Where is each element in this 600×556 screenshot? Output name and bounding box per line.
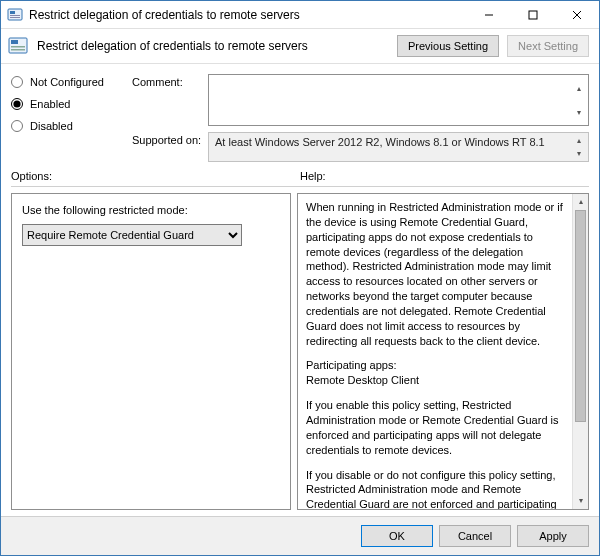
mode-select[interactable]: Require Remote Credential Guard [22,224,242,246]
radio-not-configured[interactable]: Not Configured [11,76,126,88]
radio-enabled-input[interactable] [11,98,23,110]
panels: Use the following restricted mode: Requi… [1,193,599,516]
ok-button[interactable]: OK [361,525,433,547]
mid-labels: Options: Help: [1,166,599,184]
close-button[interactable] [555,1,599,29]
next-setting-button: Next Setting [507,35,589,57]
comment-input[interactable]: ▴ ▾ [208,74,589,126]
header-title: Restrict delegation of credentials to re… [37,39,389,53]
apply-button[interactable]: Apply [517,525,589,547]
footer: OK Cancel Apply [1,516,599,555]
header-row: Restrict delegation of credentials to re… [1,29,599,64]
svg-rect-5 [529,11,537,19]
config-grid: Not Configured Enabled Disabled Comment:… [1,64,599,166]
maximize-button[interactable] [511,1,555,29]
comment-label: Comment: [132,74,202,88]
gpedit-icon [7,7,23,23]
radio-enabled-label: Enabled [30,98,70,110]
radio-enabled[interactable]: Enabled [11,98,126,110]
policy-icon [7,35,29,57]
help-text-2a: Participating apps: [306,358,568,373]
options-label: Options: [11,170,300,182]
chevron-down-icon[interactable]: ▾ [571,100,587,124]
window-title: Restrict delegation of credentials to re… [29,8,467,22]
chevron-up-icon[interactable]: ▴ [571,76,587,100]
svg-rect-3 [10,17,20,18]
svg-rect-1 [10,11,15,14]
svg-rect-11 [11,49,25,51]
svg-rect-10 [11,46,25,48]
radio-disabled[interactable]: Disabled [11,120,126,132]
svg-rect-0 [8,9,22,20]
mode-label: Use the following restricted mode: [22,204,280,216]
help-text-3: If you enable this policy setting, Restr… [306,398,568,457]
radio-disabled-input[interactable] [11,120,23,132]
chevron-down-icon[interactable]: ▾ [571,147,587,160]
help-text-1: When running in Restricted Administratio… [306,200,568,348]
scroll-track[interactable] [573,210,588,493]
divider [11,186,589,187]
svg-rect-9 [11,40,18,44]
radio-not-configured-input[interactable] [11,76,23,88]
supported-value: At least Windows Server 2012 R2, Windows… [215,136,545,148]
scroll-thumb[interactable] [575,210,586,422]
radio-disabled-label: Disabled [30,120,73,132]
help-text-4: If you disable or do not configure this … [306,468,568,511]
titlebar: Restrict delegation of credentials to re… [1,1,599,29]
supported-box: At least Windows Server 2012 R2, Windows… [208,132,589,162]
options-panel: Use the following restricted mode: Requi… [11,193,291,510]
scroll-down-icon[interactable]: ▾ [573,493,588,509]
supported-spin[interactable]: ▴ ▾ [571,134,587,160]
help-panel: When running in Restricted Administratio… [297,193,589,510]
scroll-up-icon[interactable]: ▴ [573,194,588,210]
comment-spin[interactable]: ▴ ▾ [571,76,587,124]
help-text-2b: Remote Desktop Client [306,373,568,388]
help-label: Help: [300,170,589,182]
radio-not-configured-label: Not Configured [30,76,104,88]
help-scrollbar[interactable]: ▴ ▾ [572,194,588,509]
chevron-up-icon[interactable]: ▴ [571,134,587,147]
cancel-button[interactable]: Cancel [439,525,511,547]
svg-rect-2 [10,15,20,16]
window: Restrict delegation of credentials to re… [0,0,600,556]
minimize-button[interactable] [467,1,511,29]
supported-label: Supported on: [132,132,202,146]
previous-setting-button[interactable]: Previous Setting [397,35,499,57]
